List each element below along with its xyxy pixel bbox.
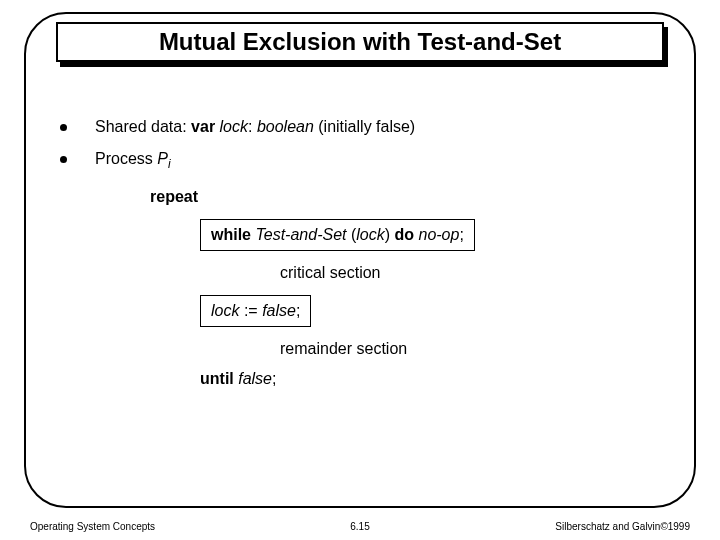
bullet-process: Process Pi: [60, 150, 660, 171]
text: Shared data:: [95, 118, 191, 135]
line-while: while Test-and-Set (lock) do no-op;: [200, 215, 660, 255]
boxed-while: while Test-and-Set (lock) do no-op;: [200, 219, 475, 251]
value-false: false: [262, 302, 296, 319]
footer-center: 6.15: [30, 521, 690, 532]
keyword-repeat: repeat: [150, 188, 198, 205]
semicolon: ;: [459, 226, 463, 243]
bullet-text: Shared data: var lock: boolean (initiall…: [95, 118, 415, 136]
boxed-assign: lock := false;: [200, 295, 311, 327]
cond-false: false: [238, 370, 272, 387]
slide-title: Mutual Exclusion with Test-and-Set: [56, 22, 664, 62]
process-P: P: [157, 150, 168, 167]
content-area: Shared data: var lock: boolean (initiall…: [60, 118, 660, 397]
keyword-until: until: [200, 370, 238, 387]
type-boolean: boolean: [257, 118, 318, 135]
text: (initially false): [318, 118, 415, 135]
bullet-dot-icon: [60, 124, 67, 131]
assign-op: :=: [244, 302, 262, 319]
bullet-text: Process Pi: [95, 150, 171, 171]
title-box: Mutual Exclusion with Test-and-Set: [56, 22, 664, 62]
bullet-dot-icon: [60, 156, 67, 163]
var-lock: lock: [211, 302, 244, 319]
line-critical-section: critical section: [280, 261, 660, 285]
text: Process: [95, 150, 157, 167]
slide-root: Mutual Exclusion with Test-and-Set Share…: [0, 0, 720, 540]
keyword-var: var: [191, 118, 219, 135]
keyword-do: do: [394, 226, 418, 243]
algorithm-block: repeat while Test-and-Set (lock) do no-o…: [150, 185, 660, 391]
noop: no-op: [418, 226, 459, 243]
line-until: until false;: [200, 367, 660, 391]
line-repeat: repeat: [150, 185, 660, 209]
footer: Operating System Concepts 6.15 Silbersch…: [30, 521, 690, 532]
text: :: [248, 118, 257, 135]
bullet-shared-data: Shared data: var lock: boolean (initiall…: [60, 118, 660, 136]
semicolon: ;: [272, 370, 276, 387]
line-assign: lock := false;: [200, 291, 660, 331]
arg-lock: lock: [356, 226, 384, 243]
fn-test-and-set: Test-and-Set: [255, 226, 350, 243]
var-lock: lock: [220, 118, 248, 135]
semicolon: ;: [296, 302, 300, 319]
line-remainder-section: remainder section: [280, 337, 660, 361]
keyword-while: while: [211, 226, 255, 243]
process-subscript-i: i: [168, 157, 171, 171]
